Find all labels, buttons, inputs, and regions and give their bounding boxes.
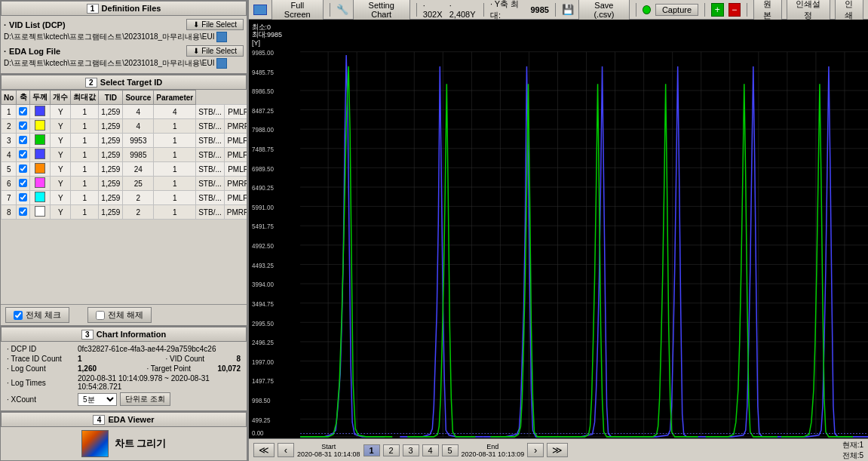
cell-axis: Y [51,148,71,162]
table-header-row: No 축 두께 개수 최대값 TID Source Parameter [2,91,247,105]
eda-log-label: EDA Log File [9,47,60,56]
vid-file-path-row: D:\프로젝트\kctech\프로그램테스트\20231018_마무리내용\EU… [4,32,244,42]
capture-btn[interactable]: Capture [655,4,698,16]
end-label: End [486,443,498,450]
section1-body: · VID List (DCP) ⬇ File Select D:\프로젝트\k… [1,16,247,73]
cell-thickness: 1 [71,134,99,148]
cell-source: STB/... [196,191,225,205]
page-4-btn[interactable]: 4 [422,444,439,456]
uncheck-all-btn[interactable]: 전체 해제 [87,307,152,323]
cell-no: 6 [2,177,17,191]
cell-checkbox[interactable] [17,134,30,148]
cell-no: 4 [2,148,17,162]
disk-icon: 💾 [562,4,574,15]
download-icon: ⬇ [193,20,199,29]
table-row: 7 Y 1 1,259 2 1 STB/... PMLPUWaferPortNo [2,191,247,205]
xcount-select[interactable]: 5분10분15분30분1시간 [78,393,117,406]
chart-draw-label[interactable]: 차트 그리기 [115,437,167,450]
svg-text:5491.75: 5491.75 [252,223,274,230]
cell-color [30,105,51,119]
cell-checkbox[interactable] [17,191,30,205]
left-panel: 1 Definition Files · VID List (DCP) ⬇ Fi… [0,0,249,461]
cell-color [30,205,51,220]
cell-thickness: 1 [71,162,99,177]
cell-count: 1,259 [99,191,123,205]
col-no: No [2,91,17,105]
svg-text:8986.50: 8986.50 [252,88,274,95]
xcount-row: · XCount 5분10분15분30분1시간 단위로 조회 [7,392,241,406]
fullscreen-btn[interactable]: Full Screen [271,0,324,20]
cell-thickness: 1 [71,205,99,220]
zoom-out-icon[interactable]: − [728,3,741,17]
toolbar-sep6 [704,3,705,17]
cell-axis: Y [51,205,71,220]
monitor-icon [253,5,267,15]
check-all-btn[interactable]: 전체 체크 [5,307,69,323]
section2: 2 Select Target ID No 축 두께 개수 최대값 TID So… [0,74,247,326]
save-csv-btn[interactable]: Save (.csv) [578,0,630,20]
cell-checkbox[interactable] [17,177,30,191]
section2-header: 2 Select Target ID [1,75,247,90]
section2-title: Select Target ID [100,78,162,87]
cell-color [30,191,51,205]
page-1-btn[interactable]: 1 [363,444,380,456]
toolbar-sep3 [483,3,484,17]
table-row: 1 Y 1 1,259 4 4 STB/... PMLPUStepNumber [2,105,247,119]
prev-page-btn[interactable]: ‹ [278,443,294,457]
section3-title: Chart Information [97,330,166,339]
cell-axis: Y [51,119,71,134]
cell-axis: Y [51,162,71,177]
target-point-label: · Target Point [146,364,214,373]
cell-max: 9985 [123,148,154,162]
log-count-label: · Log Count [7,364,75,373]
svg-rect-0 [249,20,868,438]
cell-color [30,148,51,162]
chart-area[interactable]: 최소:0 최대:9985 [Y] 9985.00 9485.75 8986.50… [249,20,868,438]
start-date: 2020-08-31 10:14:08 [297,450,360,458]
svg-text:9985.00: 9985.00 [252,50,274,57]
cell-color [30,177,51,191]
page-3-btn[interactable]: 3 [403,444,419,456]
cell-source: STB/... [196,162,225,177]
uncheck-all-checkbox[interactable] [96,311,105,320]
svg-text:[Y]: [Y] [252,39,260,47]
next-page-btn[interactable]: › [527,443,544,457]
table-row: 5 Y 1 1,259 24 1 STB/... PMLPUWaferSlotN… [2,162,247,177]
eda-viewer-icon [81,430,109,457]
cell-checkbox[interactable] [17,162,30,177]
svg-text:7988.00: 7988.00 [252,127,274,134]
setting-chart-btn[interactable]: Setting Chart [353,0,410,20]
cell-checkbox[interactable] [17,105,30,119]
cell-checkbox[interactable] [17,205,30,220]
cell-axis: Y [51,105,71,119]
section4-number: 4 [93,415,105,425]
vid-count-value: 8 [236,355,241,363]
section3: 3 Chart Information · DCP ID 0fc32827-61… [0,326,247,411]
svg-text:0.00: 0.00 [252,430,264,437]
first-page-btn[interactable]: ≪ [253,443,275,457]
cell-color [30,119,51,134]
zoom-in-icon[interactable]: + [711,3,724,17]
cell-max: 4 [123,119,154,134]
page-info: 현재:1전체:5 [842,440,863,461]
vid-list-row: · VID List (DCP) ⬇ File Select [4,19,244,30]
last-page-btn[interactable]: ≫ [547,443,568,457]
vid-file-select-btn[interactable]: ⬇ File Select [186,19,244,30]
svg-text:8487.25: 8487.25 [252,108,274,115]
vid-count-label: · VID Count [165,355,233,363]
page-5-btn[interactable]: 5 [442,444,459,456]
cell-max: 2 [123,205,154,220]
cell-no: 8 [2,205,17,220]
log-times-value: 2020-08-31 10:14:09.978 ~ 2020-08-31 10:… [78,374,241,391]
xcount-unit-btn[interactable]: 단위로 조회 [120,392,170,406]
cell-tid: 1 [154,162,196,177]
eda-file-select-btn[interactable]: ⬇ File Select [186,45,244,57]
cell-tid: 1 [154,177,196,191]
svg-text:4493.25: 4493.25 [252,263,274,269]
cell-checkbox[interactable] [17,148,30,162]
cell-checkbox[interactable] [17,119,30,134]
cell-parameter: PMRPUStepNumber [224,119,247,134]
dcp-id-row: · DCP ID 0fc32827-61ce-4fa3-ae44-29a759b… [7,345,241,353]
check-all-checkbox[interactable] [14,311,23,320]
page-2-btn[interactable]: 2 [383,444,400,456]
